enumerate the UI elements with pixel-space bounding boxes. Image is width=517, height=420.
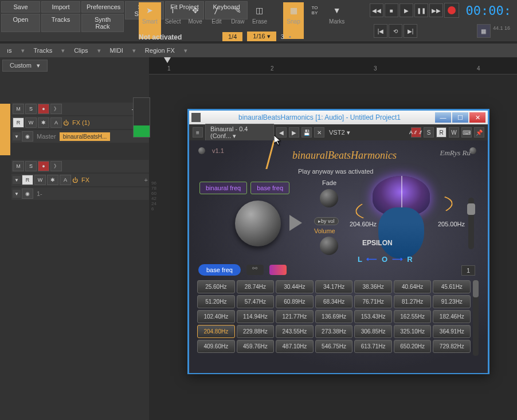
stop-button[interactable]: ■ (385, 3, 398, 17)
link-icon[interactable]: ⚯ (246, 265, 264, 275)
expand-button-3[interactable]: ▼ (13, 190, 21, 198)
fx-chain-2[interactable]: FX (79, 176, 92, 183)
menu-midi[interactable]: MIDI (105, 46, 128, 55)
freq-button[interactable]: 81.27Hz (394, 295, 432, 308)
bus-out[interactable]: 1- (34, 190, 45, 197)
freq-button[interactable]: 487.10Hz (276, 340, 314, 353)
arm-button-2[interactable]: ● (38, 161, 49, 171)
minimize-button[interactable]: — (435, 112, 451, 123)
freq-button[interactable]: 38.36Hz (354, 280, 392, 293)
play-button[interactable]: ▶ (399, 3, 413, 17)
forward-button[interactable]: ▶▶ (429, 3, 443, 17)
a-button[interactable]: A (50, 117, 62, 128)
time-sig-num[interactable]: 3 (281, 33, 284, 40)
freq-button[interactable]: 546.75Hz (315, 340, 353, 353)
play-icon[interactable] (289, 215, 302, 231)
freq-button[interactable]: 243.55Hz (276, 325, 314, 338)
mute-button[interactable]: M (13, 104, 24, 114)
snowflake-button-2[interactable]: ✱ (47, 175, 58, 185)
plugin-menu-button[interactable]: ≡ (193, 127, 203, 138)
playhead-marker[interactable] (164, 57, 171, 63)
plugin-type[interactable]: VST2 ▾ (327, 129, 352, 136)
write-button-2[interactable]: W (34, 175, 46, 185)
freq-button[interactable]: 229.88Hz (237, 325, 275, 338)
menu-partial[interactable]: ıs (2, 46, 17, 55)
freq-button[interactable]: 459.76Hz (237, 340, 275, 353)
input-echo-button[interactable]: 》 (50, 104, 62, 114)
write-button[interactable]: W (25, 117, 37, 128)
loop-button[interactable]: ⟲ (389, 24, 402, 38)
base-freq-tab[interactable]: base freq (250, 182, 289, 194)
menu-region-fx[interactable]: Region FX (140, 46, 179, 55)
solo-button[interactable]: S (25, 104, 37, 114)
time-sig-right[interactable]: 1/16 ▾ (247, 32, 276, 41)
freq-button[interactable]: 60.89Hz (276, 295, 314, 308)
freq-button[interactable]: 34.17Hz (315, 280, 353, 293)
freq-button[interactable]: 91.23Hz (433, 295, 471, 308)
a-button-2[interactable]: A (60, 175, 71, 185)
close-button[interactable]: ✕ (469, 112, 485, 123)
freq-button[interactable]: 102.40Hz (197, 310, 235, 323)
output-button-2[interactable]: ◉ (22, 189, 33, 199)
save-preset-button[interactable]: 💾 (301, 127, 312, 138)
by-vol-toggle[interactable]: ▸by vol (314, 217, 339, 225)
freq-button[interactable]: 273.38Hz (315, 325, 353, 338)
preferences-button[interactable]: Preferences (81, 1, 124, 13)
freq-button[interactable]: 153.43Hz (354, 310, 392, 323)
freq-button[interactable]: 325.10Hz (394, 325, 432, 338)
synth-rack-button[interactable]: Synth Rack (81, 14, 124, 32)
expand-button[interactable]: ▼ (13, 132, 21, 140)
next-preset-button[interactable]: ▶ (289, 127, 299, 138)
vertical-slider[interactable] (468, 198, 474, 249)
snap-to-tool[interactable]: TOBY (304, 2, 325, 39)
record-button[interactable] (444, 3, 459, 18)
freq-button[interactable]: 114.94Hz (237, 310, 275, 323)
plugin-solo-button[interactable]: S (424, 127, 434, 138)
plugin-read-button[interactable]: R (436, 127, 446, 138)
wave-icon[interactable] (269, 265, 287, 275)
menu-clips[interactable]: Clips (69, 46, 92, 55)
goto-end-button[interactable]: ▶| (404, 24, 417, 38)
freq-button[interactable]: 650.20Hz (394, 340, 432, 353)
keyboard-icon[interactable]: ⌨ (461, 127, 472, 138)
read-button[interactable]: R (13, 117, 24, 128)
marks-tool[interactable]: ▼ Marks (326, 2, 348, 39)
master-out[interactable]: Master (34, 133, 58, 140)
maximize-button[interactable]: ☐ (452, 112, 468, 123)
delete-preset-button[interactable]: ✕ (314, 127, 324, 138)
move-tool[interactable]: ✥ Move (185, 2, 205, 39)
open-button[interactable]: Open (1, 14, 40, 32)
read-button-2[interactable]: R (22, 175, 33, 185)
freq-button[interactable]: 204.80Hz (197, 325, 235, 338)
solo-button-2[interactable]: S (25, 161, 37, 171)
plugin-write-button[interactable]: W (449, 127, 459, 138)
fade-knob[interactable] (320, 189, 338, 207)
freq-button[interactable]: 613.71Hz (354, 340, 392, 353)
ab-compare-button[interactable]: A⫽⫽ (411, 127, 421, 138)
goto-start-button[interactable]: |◀ (374, 24, 387, 38)
save-button[interactable]: Save (1, 1, 40, 13)
volume-knob[interactable] (320, 237, 338, 255)
expand-button-2[interactable]: ▼ (13, 176, 21, 184)
timeline-ruler[interactable]: 1 2 3 4 (149, 57, 517, 74)
rewind-button[interactable]: ◀◀ (370, 3, 383, 17)
plugin-titlebar[interactable]: binauralBeatsHarmonics [1: Audio] - Unti… (189, 111, 488, 124)
freq-button[interactable]: 40.64Hz (394, 280, 432, 293)
time-sig-left[interactable]: 1/4 (222, 32, 242, 41)
binaural-freq-tab[interactable]: binaural freq (199, 182, 247, 194)
freq-button[interactable]: 68.34Hz (315, 295, 353, 308)
preset-dropdown[interactable]: Binaural - 0.4 (Conf... ▾ (205, 124, 274, 142)
freq-button[interactable]: 25.60Hz (197, 280, 235, 293)
freq-button[interactable]: 306.85Hz (354, 325, 392, 338)
main-knob[interactable] (235, 201, 281, 246)
freq-button[interactable]: 364.91Hz (433, 325, 471, 338)
snowflake-button[interactable]: ✱ (38, 117, 49, 128)
freq-button[interactable]: 121.77Hz (276, 310, 314, 323)
freq-button[interactable]: 30.44Hz (276, 280, 314, 293)
freq-button[interactable]: 729.82Hz (433, 340, 471, 353)
freq-button[interactable]: 182.46Hz (433, 310, 471, 323)
freq-button[interactable]: 51.20Hz (197, 295, 235, 308)
input-echo-button-2[interactable]: 》 (50, 161, 62, 171)
freq-button[interactable]: 45.61Hz (433, 280, 471, 293)
fx-chain[interactable]: FX (1) (70, 119, 92, 126)
